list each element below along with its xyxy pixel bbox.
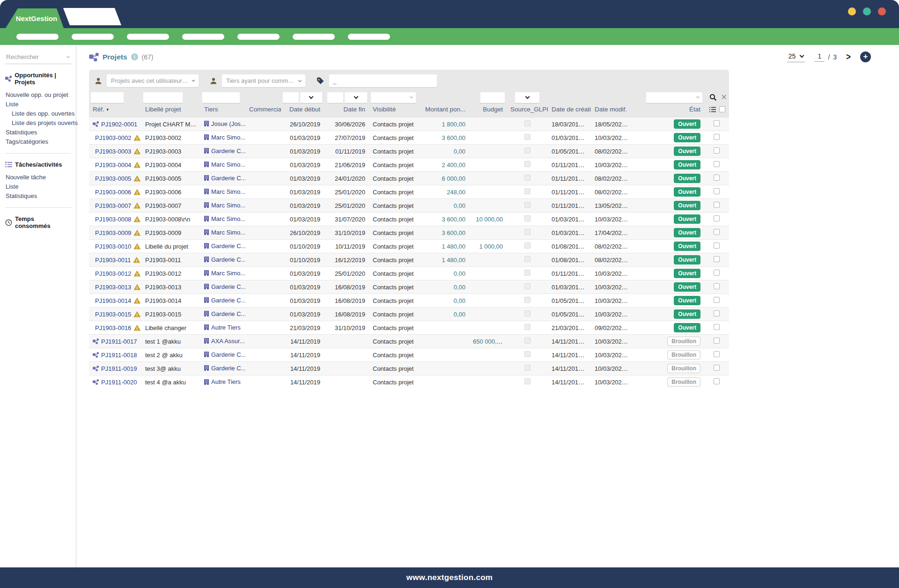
col-header-state[interactable]: État — [634, 105, 704, 118]
current-page-input[interactable]: 1 — [814, 52, 825, 62]
filter-date-start-input[interactable] — [283, 92, 299, 103]
table-row[interactable]: PJ1903-0009 PJ1903-0009 — [89, 226, 729, 240]
tiers-link[interactable]: Marc Simo... — [204, 270, 245, 277]
row-select-checkbox[interactable] — [714, 283, 720, 289]
project-ref-link[interactable]: PJ1903-0015 — [95, 311, 131, 318]
row-select-checkbox[interactable] — [714, 243, 720, 249]
search-icon[interactable] — [709, 94, 717, 101]
project-ref-link[interactable]: PJ1903-0013 — [95, 284, 131, 291]
table-row[interactable]: PJ1903-0007 PJ1903-0007 — [89, 199, 729, 213]
tiers-link[interactable]: Garderie C... — [204, 365, 245, 372]
sidebar-item[interactable]: Nouvelle opp. ou projet — [5, 90, 71, 100]
sidebar-item[interactable]: Liste des projets ouverts — [5, 118, 71, 128]
row-select-checkbox[interactable] — [714, 324, 720, 330]
project-ref-link[interactable]: PJ1903-0010 — [95, 243, 131, 250]
project-ref-link[interactable]: PJ1903-0007 — [95, 202, 131, 209]
tiers-link[interactable]: Garderie C... — [204, 310, 245, 317]
col-header-tiers[interactable]: Tiers — [200, 105, 245, 118]
table-row[interactable]: PJ1911-0017 test 1 @akku — [89, 335, 729, 348]
tiers-link[interactable]: Marc Simo... — [204, 161, 245, 168]
table-row[interactable]: PJ1903-0011 PJ1903-0011 — [89, 253, 729, 267]
row-select-checkbox[interactable] — [714, 175, 720, 181]
sidebar-item[interactable]: Nouvelle tâche — [5, 173, 71, 182]
menubar-item-pill[interactable] — [127, 34, 169, 40]
menubar-item-pill[interactable] — [72, 34, 114, 40]
row-select-checkbox[interactable] — [714, 338, 720, 344]
project-ref-link[interactable]: PJ1903-0012 — [95, 270, 131, 277]
col-header-modified[interactable]: Date modif. — [591, 105, 634, 118]
tiers-link[interactable]: Josue (Jos... — [204, 120, 245, 127]
row-select-checkbox[interactable] — [714, 297, 720, 303]
tiers-link[interactable]: Marc Simo... — [204, 134, 245, 141]
sidebar-item[interactable]: Liste — [5, 182, 71, 191]
window-control-dot[interactable] — [848, 7, 856, 15]
menubar-item-pill[interactable] — [182, 34, 224, 40]
project-ref-link[interactable]: PJ1911-0018 — [101, 352, 137, 359]
table-row[interactable]: PJ1911-0019 test 3@ akku — [89, 362, 729, 375]
row-select-checkbox[interactable] — [714, 378, 720, 384]
tiers-link[interactable]: Garderie C... — [204, 351, 245, 358]
table-row[interactable]: PJ1903-0002 PJ1903-0002 — [89, 131, 729, 145]
project-ref-link[interactable]: PJ1911-0019 — [101, 365, 137, 372]
filter-date-end-input[interactable] — [327, 92, 343, 103]
project-ref-link[interactable]: PJ1903-0005 — [95, 175, 131, 182]
table-row[interactable]: PJ1903-0010 Libellé du projet — [89, 240, 729, 253]
col-header-amount[interactable]: Montant pon... — [421, 105, 469, 118]
menubar-item-pill[interactable] — [16, 34, 59, 40]
filter-label-input[interactable] — [143, 92, 183, 103]
clear-filters-icon[interactable]: ✕ — [721, 94, 727, 101]
menubar-item-pill[interactable] — [237, 34, 280, 40]
filter-user-project-select[interactable]: Projets avec cet utilisateur com... — [107, 74, 199, 87]
table-row[interactable]: PJ1903-0006 PJ1903-0006 — [89, 185, 729, 199]
sidebar-section-projects[interactable]: Opportunités | Projets — [5, 72, 71, 86]
select-all-checkbox[interactable] — [719, 106, 725, 112]
table-row[interactable]: PJ1903-0016 Libellé changer — [89, 321, 729, 335]
row-select-checkbox[interactable] — [714, 229, 720, 235]
project-ref-link[interactable]: PJ1903-0002 — [95, 134, 131, 141]
sidebar-item[interactable]: Statistiques — [5, 128, 71, 137]
tiers-link[interactable]: Garderie C... — [204, 256, 245, 263]
tiers-link[interactable]: Marc Simo... — [204, 215, 245, 222]
row-select-checkbox[interactable] — [714, 215, 720, 221]
project-ref-link[interactable]: PJ1903-0009 — [95, 229, 131, 236]
tiers-link[interactable]: Garderie C... — [204, 243, 245, 250]
col-header-label[interactable]: Libellé projet — [141, 105, 200, 118]
project-ref-link[interactable]: PJ1903-0014 — [95, 297, 131, 304]
sidebar-item[interactable]: Statistiques — [5, 191, 71, 201]
col-header-budget[interactable]: Budget — [469, 105, 507, 118]
sidebar-search-select[interactable]: Rechercher — [5, 52, 71, 64]
col-header-ref[interactable]: Réf.▼ — [89, 105, 141, 118]
project-ref-link[interactable]: PJ1903-0008 — [95, 216, 131, 223]
row-select-checkbox[interactable] — [714, 310, 720, 316]
filter-commercial-select[interactable]: Tiers ayant pour commercial — [222, 74, 305, 87]
table-row[interactable]: PJ1903-0003 PJ1903-0003 — [89, 145, 729, 158]
project-ref-link[interactable]: PJ1903-0011 — [95, 257, 131, 264]
column-selector-icon[interactable] — [709, 107, 716, 112]
project-ref-link[interactable]: PJ1902-0001 — [101, 121, 137, 128]
sidebar-item[interactable]: Tags/catégories — [5, 137, 71, 147]
project-ref-link[interactable]: PJ1911-0020 — [101, 379, 137, 386]
project-ref-link[interactable]: PJ1903-0006 — [95, 189, 131, 196]
filter-date-end-select[interactable] — [345, 92, 367, 103]
tag-filter-input[interactable] — [329, 74, 437, 87]
project-ref-link[interactable]: PJ1903-0003 — [95, 148, 131, 155]
row-select-checkbox[interactable] — [714, 147, 720, 154]
table-row[interactable]: PJ1903-0004 PJ1903-0004 — [89, 158, 729, 172]
table-row[interactable]: PJ1902-0001 Projet CHART Module — [89, 118, 729, 131]
project-ref-link[interactable]: PJ1903-0016 — [95, 324, 131, 331]
sidebar-section-time[interactable]: Temps consommés — [5, 215, 71, 229]
row-select-checkbox[interactable] — [714, 188, 720, 194]
table-row[interactable]: PJ1903-0005 PJ1903-0005 — [89, 172, 729, 185]
row-select-checkbox[interactable] — [714, 161, 720, 167]
filter-tiers-input[interactable] — [202, 92, 240, 103]
filter-date-start-select[interactable] — [300, 92, 322, 103]
next-page-button[interactable]: > — [846, 51, 851, 62]
col-header-visibility[interactable]: Visibilité — [369, 105, 421, 118]
filter-ref-input[interactable] — [91, 92, 124, 103]
tiers-link[interactable]: Garderie C... — [204, 283, 245, 290]
window-control-dot[interactable] — [863, 7, 871, 15]
sidebar-section-tasks[interactable]: Tâches/activités — [5, 161, 71, 168]
filter-source-glpi-select[interactable] — [515, 92, 539, 103]
tiers-link[interactable]: Marc Simo... — [204, 202, 245, 209]
menubar-item-pill[interactable] — [293, 34, 335, 40]
